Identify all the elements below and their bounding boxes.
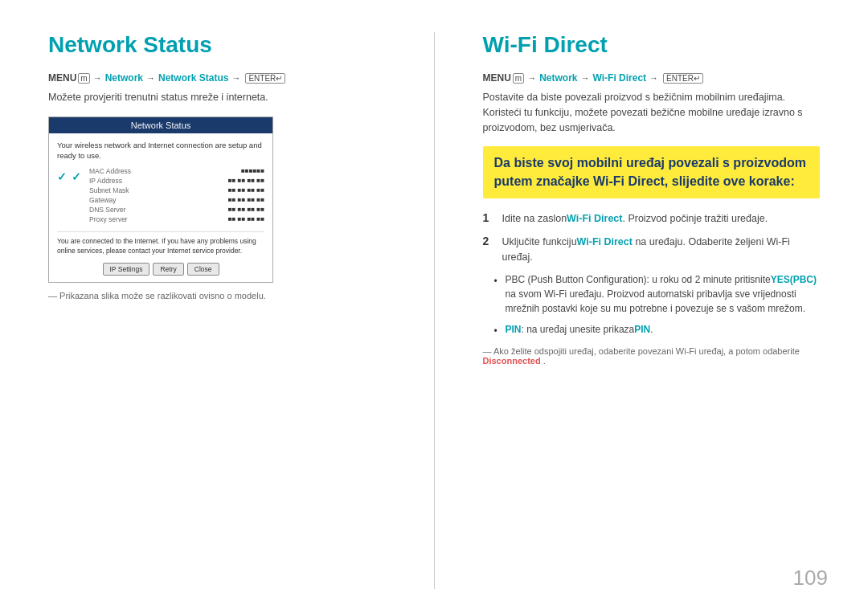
arrow3-left: → — [231, 73, 240, 83]
table-label: IP Address — [89, 177, 122, 185]
page-number: 109 — [793, 566, 828, 591]
bullet-2-text: PIN: na uređaj unesite prikazaPIN. — [506, 322, 653, 337]
step-1: 1 Idite na zaslonWi-Fi Direct. Proizvod … — [483, 211, 821, 227]
left-description: Možete provjeriti trenutni status mreže … — [48, 90, 386, 105]
arrow2-right: → — [581, 73, 590, 83]
bullet-dot-2: • — [494, 324, 499, 338]
right-title: Wi-Fi Direct — [483, 32, 821, 58]
wifidirect-right: Wi-Fi Direct — [593, 72, 647, 84]
table-val: ■■ ■■ ■■ ■■ — [228, 196, 264, 204]
table-label: DNS Server — [89, 206, 125, 214]
highlight-text: Da biste svoj mobilni uređaj povezali s … — [494, 154, 809, 190]
footnote-text: Ako želite odspojiti uređaj, odaberite p… — [493, 346, 800, 356]
arrow1-right: → — [527, 73, 536, 83]
left-title: Network Status — [48, 32, 386, 58]
step-1-highlight: Wi-Fi Direct — [567, 213, 622, 224]
bullet-2: • PIN: na uređaj unesite prikazaPIN. — [494, 322, 821, 338]
step-2-highlight: Wi-Fi Direct — [577, 236, 633, 247]
yes-pbc-highlight: YES(PBC) — [771, 274, 817, 285]
left-menu-path: MENU m → Network → Network Status → ENTE… — [48, 72, 386, 84]
table-val: ■■ ■■ ■■ ■■ — [228, 186, 264, 194]
enter-right: ENTER↵ — [663, 73, 703, 84]
close-button[interactable]: Close — [187, 263, 219, 276]
screen-top-text: Your wireless network and Internet conne… — [57, 140, 264, 161]
check-icon-2: ✓ — [72, 170, 81, 183]
screen-title-bar: Network Status — [49, 117, 272, 133]
table-val: ■■ ■■ ■■ ■■ — [228, 215, 264, 223]
pin-end: PIN — [634, 324, 650, 335]
screen-table: MAC Address ■■■■■■ IP Address ■■ ■■ ■■ ■… — [89, 167, 264, 225]
highlight-box: Da biste svoj mobilni uređaj povezali s … — [483, 146, 821, 198]
m-icon-right: m — [513, 73, 524, 84]
menu-word-right: MENU — [483, 72, 511, 84]
bullet-dot-1: • — [494, 274, 499, 288]
column-divider — [434, 32, 435, 589]
table-row: IP Address ■■ ■■ ■■ ■■ — [89, 177, 264, 185]
m-icon-left: m — [78, 73, 89, 84]
left-column: Network Status MENU m → Network → Networ… — [40, 32, 394, 589]
right-description: Postavite da biste povezali proizvod s b… — [483, 90, 821, 135]
ip-settings-button[interactable]: IP Settings — [103, 263, 150, 276]
table-label: Proxy server — [89, 215, 128, 223]
network-status-screen: Network Status Your wireless network and… — [48, 116, 273, 283]
step-2-text: Uključite funkcijuWi-Fi Direct na uređaj… — [502, 235, 821, 265]
step-1-num: 1 — [483, 211, 494, 224]
right-footnote: Ako želite odspojiti uređaj, odaberite p… — [483, 346, 821, 366]
footnote-end: . — [543, 356, 546, 366]
table-label: Subnet Mask — [89, 186, 129, 194]
table-val: ■■ ■■ ■■ ■■ — [228, 177, 264, 185]
table-val: ■■■■■■ — [241, 167, 264, 175]
bullet-1-text: PBC (Push Button Configuration): u roku … — [506, 272, 821, 316]
network-left: Network — [105, 72, 143, 84]
pin-label: PIN — [506, 324, 522, 335]
status-left: Network Status — [158, 72, 228, 84]
arrow2-left: → — [146, 73, 155, 83]
left-footnote: Prikazana slika može se razlikovati ovis… — [48, 291, 386, 300]
table-label: Gateway — [89, 196, 117, 204]
table-row: Subnet Mask ■■ ■■ ■■ ■■ — [89, 186, 264, 194]
step-1-text: Idite na zaslonWi-Fi Direct. Proizvod po… — [502, 211, 768, 227]
enter-left: ENTER↵ — [245, 73, 285, 84]
table-row: Proxy server ■■ ■■ ■■ ■■ — [89, 215, 264, 223]
table-val: ■■ ■■ ■■ ■■ — [228, 206, 264, 214]
table-row: DNS Server ■■ ■■ ■■ ■■ — [89, 206, 264, 214]
step-2-num: 2 — [483, 235, 494, 247]
retry-button[interactable]: Retry — [153, 263, 183, 276]
bullet-1: • PBC (Push Button Configuration): u rok… — [494, 272, 821, 316]
right-column: Wi-Fi Direct MENU m → Network → Wi-Fi Di… — [475, 32, 829, 589]
check-icon-1: ✓ — [57, 170, 67, 183]
screen-bottom-text: You are connected to the Internet. If yo… — [57, 231, 264, 256]
screen-checkmarks: ✓ ✓ — [57, 167, 81, 183]
page: Network Status MENU m → Network → Networ… — [0, 0, 868, 613]
menu-word-left: MENU — [48, 72, 76, 84]
table-row: Gateway ■■ ■■ ■■ ■■ — [89, 196, 264, 204]
screen-buttons: IP Settings Retry Close — [57, 263, 264, 276]
screen-body: Your wireless network and Internet conne… — [49, 133, 272, 282]
step-2: 2 Uključite funkcijuWi-Fi Direct na uređ… — [483, 235, 821, 265]
disconnected-highlight: Disconnected — [483, 356, 541, 366]
screen-info-row: ✓ ✓ MAC Address ■■■■■■ IP Address ■■ ■■ … — [57, 167, 264, 225]
arrow1-left: → — [93, 73, 102, 83]
network-right: Network — [539, 72, 577, 84]
table-label: MAC Address — [89, 167, 131, 175]
arrow3-right: → — [649, 73, 658, 83]
right-menu-path: MENU m → Network → Wi-Fi Direct → ENTER↵ — [483, 72, 821, 84]
table-row: MAC Address ■■■■■■ — [89, 167, 264, 175]
bullet-list: • PBC (Push Button Configuration): u rok… — [494, 272, 821, 338]
